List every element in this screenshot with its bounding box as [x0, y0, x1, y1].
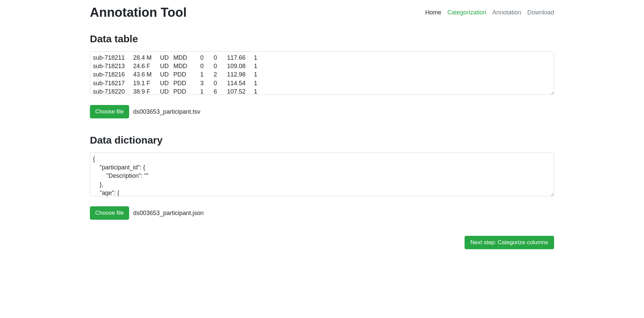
data-dictionary-file-row: Choose file ds003653_participant.json [90, 206, 554, 220]
nav-annotation[interactable]: Annotation [492, 9, 521, 16]
data-table-file-name: ds003653_participant.tsv [133, 108, 200, 115]
data-dictionary-file-name: ds003653_participant.json [133, 210, 204, 217]
next-step-button[interactable]: Next step: Categorize columns [465, 236, 554, 249]
data-table-file-row: Choose file ds003653_participant.tsv [90, 105, 554, 118]
data-dictionary-textarea[interactable] [90, 153, 554, 196]
nav-download[interactable]: Download [527, 9, 554, 16]
data-table-textarea[interactable] [90, 51, 554, 95]
data-table-section: Data table Choose file ds003653_particip… [90, 33, 554, 118]
data-dictionary-title: Data dictionary [90, 135, 554, 146]
nav: Home Categorization Annotation Download [425, 9, 554, 16]
nav-categorization[interactable]: Categorization [447, 9, 486, 16]
header: Annotation Tool Home Categorization Anno… [90, 5, 554, 20]
data-dictionary-choose-file-button[interactable]: Choose file [90, 206, 129, 220]
data-table-title: Data table [90, 33, 554, 45]
data-table-choose-file-button[interactable]: Choose file [90, 105, 129, 118]
nav-home[interactable]: Home [425, 9, 441, 16]
app-title: Annotation Tool [90, 5, 186, 20]
footer-actions: Next step: Categorize columns [90, 236, 554, 249]
data-dictionary-section: Data dictionary Choose file ds003653_par… [90, 135, 554, 220]
